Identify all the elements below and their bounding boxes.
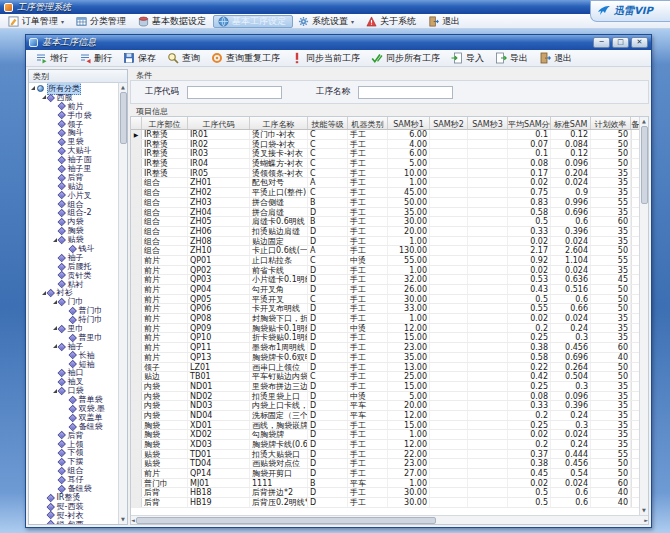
table-cell[interactable]	[631, 333, 639, 342]
table-cell[interactable]: 0.5	[508, 498, 551, 507]
table-cell[interactable]: 55.00	[388, 256, 430, 265]
toolbar-button-2[interactable]: 删行	[74, 51, 117, 66]
table-cell[interactable]: 后背	[142, 488, 188, 497]
table-cell[interactable]: C	[308, 256, 348, 265]
tree-node[interactable]: 锁-包西	[29, 520, 118, 524]
table-row[interactable]: 贴边TB01平车钉贴边内袋C手工25.000.420.50450	[131, 372, 639, 382]
table-row[interactable]: 组合ZH06扣烫贴边肩缝D手工20.000.330.39635	[131, 227, 639, 237]
table-cell[interactable]: 烫叉接卡-衬衣	[250, 149, 308, 158]
grid-marker-column-header[interactable]	[131, 117, 142, 129]
table-cell[interactable]: 封胸袋下口，折	[250, 314, 308, 323]
table-cell[interactable]: 组合	[142, 188, 188, 197]
table-cell[interactable]: 35	[591, 440, 631, 449]
table-cell[interactable]	[631, 440, 639, 449]
table-cell[interactable]: 手工	[348, 498, 388, 507]
table-cell[interactable]: 普门巾	[142, 479, 188, 488]
table-cell[interactable]: 0.024	[551, 479, 591, 488]
table-row[interactable]: IR整烫IR05烫领领条-衬衣C手工10.000.170.20435	[131, 169, 639, 179]
table-row[interactable]: 组合ZH03拼合侧缝B手工50.000.830.99655	[131, 198, 639, 208]
table-cell[interactable]: 0.58	[508, 353, 551, 362]
table-cell[interactable]	[430, 256, 468, 265]
table-cell[interactable]: 手工	[348, 275, 388, 284]
table-cell[interactable]: 0.75	[508, 188, 551, 197]
table-cell[interactable]: 配包对号	[250, 178, 308, 187]
table-cell[interactable]: 0.504	[551, 372, 591, 381]
grid-column-header[interactable]: SAM秒2	[430, 117, 468, 129]
table-cell[interactable]	[631, 237, 639, 246]
table-cell[interactable]	[468, 411, 508, 420]
table-cell[interactable]: 0.3	[551, 382, 591, 391]
table-cell[interactable]: 60	[591, 479, 631, 488]
table-cell[interactable]: 60	[591, 217, 631, 226]
table-cell[interactable]: 手工	[348, 198, 388, 207]
table-cell[interactable]: C	[308, 372, 348, 381]
table-cell[interactable]	[631, 314, 639, 323]
toolbar-button-8[interactable]: 导入	[446, 51, 489, 66]
table-cell[interactable]: ND02	[188, 392, 250, 401]
row-selector-cell[interactable]	[131, 430, 142, 439]
table-row[interactable]: 组合ZH02平烫止口(整件)C手工45.000.750.935	[131, 188, 639, 198]
table-cell[interactable]: 5.00	[388, 392, 430, 401]
table-cell[interactable]	[430, 188, 468, 197]
scroll-up-icon[interactable]: ▲	[121, 83, 125, 92]
table-cell[interactable]	[468, 304, 508, 313]
table-cell[interactable]: 0.6	[551, 217, 591, 226]
table-cell[interactable]: 组合	[142, 246, 188, 255]
grid-column-header[interactable]: 工序部位	[142, 117, 188, 129]
table-cell[interactable]: 0.22	[508, 363, 551, 372]
table-cell[interactable]	[631, 285, 639, 294]
table-cell[interactable]	[468, 169, 508, 178]
table-cell[interactable]: 0.33	[508, 401, 551, 410]
row-selector-cell[interactable]	[131, 198, 142, 207]
table-cell[interactable]: D	[308, 498, 348, 507]
tree-node[interactable]: 门巾	[29, 297, 118, 306]
tree-node[interactable]: 双盖单	[29, 413, 118, 422]
table-cell[interactable]: 手工	[348, 169, 388, 178]
table-cell[interactable]: 35	[591, 266, 631, 275]
table-cell[interactable]: 手工	[348, 227, 388, 236]
table-cell[interactable]: 20.00	[388, 227, 430, 236]
table-row[interactable]: 胸袋XD01画线，胸袋嵌牌D手工15.000.250.335	[131, 421, 639, 431]
table-cell[interactable]: 15.00	[388, 421, 430, 430]
scroll-down-icon[interactable]: ▼	[642, 506, 646, 515]
grid-column-header[interactable]: 计划效率	[591, 117, 631, 129]
table-cell[interactable]	[468, 401, 508, 410]
table-cell[interactable]: 23.00	[388, 459, 430, 468]
table-cell[interactable]: 130.00	[388, 246, 430, 255]
toolbar-button-7[interactable]: 同步所有工序	[366, 51, 445, 66]
table-cell[interactable]: 0.08	[508, 392, 551, 401]
row-selector-cell[interactable]	[131, 343, 142, 352]
scroll-right-icon[interactable]: ►	[644, 516, 648, 525]
table-cell[interactable]	[430, 343, 468, 352]
table-cell[interactable]: 1.104	[551, 256, 591, 265]
menu-item-6[interactable]: 关于系统	[361, 15, 423, 28]
table-cell[interactable]: D	[308, 363, 348, 372]
table-cell[interactable]: 内袋	[142, 392, 188, 401]
row-selector-cell[interactable]	[131, 304, 142, 313]
table-cell[interactable]: 0.07	[508, 140, 551, 149]
tree-node[interactable]: 里巾	[29, 324, 118, 333]
table-cell[interactable]: 35	[591, 324, 631, 333]
table-cell[interactable]: 40	[591, 353, 631, 362]
table-cell[interactable]: 小片缝卡0.1明线	[250, 275, 308, 284]
table-cell[interactable]: 烫门巾-衬衣	[250, 130, 308, 139]
table-cell[interactable]: 0.37	[508, 450, 551, 459]
table-cell[interactable]: 手工	[348, 363, 388, 372]
table-row[interactable]: 领子LZ01画串口上领位D手工13.000.220.26450	[131, 363, 639, 373]
table-cell[interactable]	[631, 159, 639, 168]
grid-column-header[interactable]: 工序名称	[250, 117, 308, 129]
table-cell[interactable]	[468, 285, 508, 294]
table-cell[interactable]: 35	[591, 411, 631, 420]
table-cell[interactable]: TD04	[188, 459, 250, 468]
table-cell[interactable]	[631, 304, 639, 313]
table-cell[interactable]: 0.9	[551, 188, 591, 197]
row-selector-cell[interactable]	[131, 488, 142, 497]
table-cell[interactable]: ND01	[188, 382, 250, 391]
table-cell[interactable]: 30.00	[388, 498, 430, 507]
table-cell[interactable]	[430, 246, 468, 255]
table-cell[interactable]: 0.024	[551, 237, 591, 246]
table-cell[interactable]: 前片	[142, 266, 188, 275]
table-cell[interactable]: 手工	[348, 130, 388, 139]
table-cell[interactable]: 平车	[348, 479, 388, 488]
table-cell[interactable]: 前片	[142, 333, 188, 342]
